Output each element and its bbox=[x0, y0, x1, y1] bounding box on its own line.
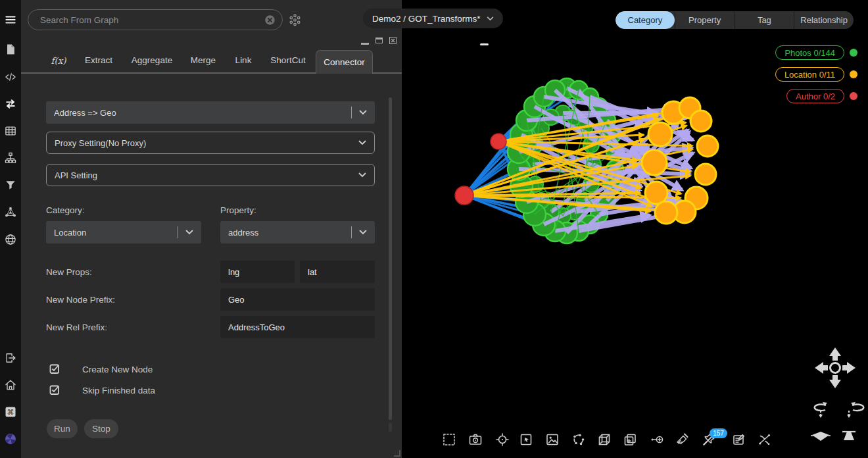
legend-dot[interactable] bbox=[850, 49, 857, 57]
toolbar-relayout-button[interactable] bbox=[571, 432, 587, 447]
toolbar-locate-button[interactable] bbox=[494, 432, 510, 447]
panel-scrollbar[interactable] bbox=[389, 97, 392, 420]
tab-fx[interactable]: f(x) bbox=[51, 55, 66, 66]
toolbar-detach-button[interactable] bbox=[757, 432, 773, 447]
location-node[interactable] bbox=[695, 164, 716, 185]
author-node[interactable] bbox=[491, 134, 506, 149]
chevron-down-icon bbox=[359, 110, 367, 115]
clear-search-icon[interactable] bbox=[264, 14, 276, 26]
search-input[interactable] bbox=[39, 14, 264, 26]
tab-shortcut[interactable]: ShortCut bbox=[270, 55, 305, 65]
skip-finished-data-label: Skip Finished data bbox=[82, 386, 155, 395]
location-node[interactable] bbox=[697, 136, 718, 157]
pan-right-button[interactable] bbox=[842, 362, 856, 374]
toolbar-image-button[interactable] bbox=[544, 432, 560, 447]
new-node-prefix-field[interactable] bbox=[220, 288, 375, 311]
tab-link[interactable]: Link bbox=[235, 55, 252, 65]
search-bar[interactable] bbox=[28, 9, 283, 30]
location-node[interactable] bbox=[690, 111, 711, 132]
resize-grip[interactable] bbox=[394, 450, 400, 457]
pan-down-button[interactable] bbox=[829, 375, 841, 388]
legend-item[interactable]: Location 0/11 bbox=[775, 67, 857, 82]
property-select[interactable]: address bbox=[220, 221, 375, 243]
legend-dot[interactable] bbox=[850, 92, 857, 100]
sidebar-item-home[interactable] bbox=[4, 378, 17, 392]
toolbar-add-node-button[interactable] bbox=[649, 432, 665, 447]
toolbar-clean-button[interactable] bbox=[675, 432, 690, 447]
legend-dot[interactable] bbox=[850, 70, 857, 78]
location-node[interactable] bbox=[655, 201, 677, 224]
category-select[interactable]: Location bbox=[46, 221, 201, 243]
toolbar-select-area-button[interactable] bbox=[441, 432, 457, 447]
graph-settings-icon[interactable] bbox=[288, 13, 302, 27]
tab-merge[interactable]: Merge bbox=[191, 55, 216, 65]
legend-pill[interactable]: Location 0/11 bbox=[775, 67, 844, 82]
graph-tab-property[interactable]: Property bbox=[675, 11, 735, 29]
tab-connector[interactable]: Connector bbox=[316, 50, 373, 74]
graph-cursor-mark bbox=[480, 43, 489, 45]
sidebar-item-menu[interactable] bbox=[4, 13, 17, 26]
author-node[interactable] bbox=[455, 186, 473, 205]
sidebar-item-command[interactable]: ⌘ bbox=[4, 405, 17, 419]
maximize-button[interactable] bbox=[375, 38, 383, 43]
sidebar-item-code[interactable] bbox=[4, 70, 17, 84]
legend-item[interactable]: Author 0/2 bbox=[786, 89, 857, 103]
sidebar-item-logout[interactable] bbox=[4, 351, 17, 365]
run-button[interactable]: Run bbox=[47, 419, 78, 438]
workspace-selector[interactable]: Demo2 / GOT_Transforms* bbox=[363, 9, 503, 28]
chevron-down-icon bbox=[487, 16, 494, 21]
api-select[interactable]: API Setting bbox=[46, 164, 375, 186]
chevron-down-icon bbox=[185, 230, 193, 235]
pan-left-button[interactable] bbox=[815, 362, 828, 374]
stop-button[interactable]: Stop bbox=[84, 419, 118, 438]
sidebar-item-hierarchy[interactable] bbox=[4, 151, 17, 165]
app-window: ⌘ ✕ f(x) Extract Aggregate Merge bbox=[0, 0, 868, 458]
legend-pill[interactable]: Author 0/2 bbox=[786, 89, 844, 103]
toolbar-box-select-button[interactable] bbox=[518, 432, 534, 447]
graph-view-tabs: CategoryPropertyTagRelationship bbox=[615, 11, 854, 29]
rotate-right-icon[interactable] bbox=[847, 402, 863, 418]
window-controls: ✕ bbox=[361, 36, 397, 45]
legend-item[interactable]: Photos 0/144 bbox=[775, 45, 857, 60]
sidebar-item-table[interactable] bbox=[4, 124, 17, 138]
graph-tab-tag[interactable]: Tag bbox=[735, 11, 794, 29]
proxy-select[interactable]: Proxy Setting(No Proxy) bbox=[46, 132, 375, 154]
graph-tab-relationship[interactable]: Relationship bbox=[794, 11, 854, 29]
toolbar-cube-button[interactable] bbox=[596, 432, 612, 447]
sidebar-item-globe[interactable] bbox=[4, 233, 17, 246]
location-node[interactable] bbox=[648, 122, 672, 146]
minimize-button[interactable] bbox=[361, 36, 369, 45]
toolbar-note-button[interactable] bbox=[731, 432, 747, 447]
chevron-down-icon bbox=[358, 140, 366, 145]
left-sidebar: ⌘ bbox=[0, 0, 21, 458]
svg-text:⌘: ⌘ bbox=[7, 408, 14, 417]
graph-tab-category[interactable]: Category bbox=[615, 11, 675, 29]
graph-nav-controls bbox=[802, 341, 868, 453]
toolbar-add-layer-button[interactable] bbox=[622, 432, 638, 447]
rotate-left-icon[interactable] bbox=[815, 402, 827, 418]
sidebar-item-file[interactable] bbox=[4, 43, 17, 56]
skip-finished-data-checkbox[interactable] bbox=[49, 384, 60, 395]
tab-aggregate[interactable]: Aggregate bbox=[132, 55, 172, 65]
unpin-count-badge: 157 bbox=[710, 428, 727, 438]
tilt-up-icon[interactable] bbox=[842, 432, 856, 440]
sidebar-item-avatar[interactable] bbox=[4, 432, 17, 445]
tilt-down-icon[interactable] bbox=[811, 432, 831, 441]
legend-pill[interactable]: Photos 0/144 bbox=[775, 45, 844, 60]
pan-center-button[interactable] bbox=[831, 363, 840, 373]
sidebar-item-network[interactable] bbox=[4, 205, 17, 218]
chevron-down-icon bbox=[358, 172, 366, 178]
location-node[interactable] bbox=[642, 150, 667, 175]
close-button[interactable]: ✕ bbox=[389, 37, 397, 44]
transform-select[interactable]: Address => Geo bbox=[46, 101, 375, 124]
new-rel-prefix-label: New Rel Prefix: bbox=[46, 322, 107, 332]
new-rel-prefix-field[interactable] bbox=[220, 316, 375, 338]
tab-extract[interactable]: Extract bbox=[85, 55, 112, 65]
create-new-node-checkbox[interactable] bbox=[49, 363, 60, 374]
toolbar-snapshot-button[interactable] bbox=[468, 432, 483, 447]
new-prop-lng-field[interactable] bbox=[220, 261, 295, 283]
new-prop-lat-field[interactable] bbox=[300, 261, 375, 283]
sidebar-item-transfer[interactable] bbox=[4, 97, 17, 111]
sidebar-item-filter[interactable] bbox=[4, 178, 17, 191]
pan-up-button[interactable] bbox=[829, 347, 841, 361]
